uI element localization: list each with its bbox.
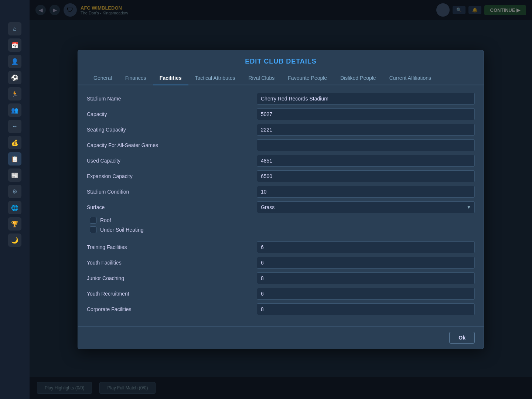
label-expansion-capacity: Expansion Capacity bbox=[87, 173, 257, 179]
label-surface: Surface bbox=[87, 204, 257, 210]
checkbox-row-roof: Roof bbox=[87, 217, 475, 224]
sidebar: ⌂ 📅 👤 ⚽ 🏃 👥 ↔ 💰 📋 📰 ⚙ 🌐 🏆 🌙 bbox=[0, 0, 30, 399]
sidebar-icon-squad[interactable]: 👥 bbox=[8, 103, 21, 117]
sidebar-icon-world[interactable]: 🌐 bbox=[8, 201, 21, 214]
input-capacity[interactable] bbox=[257, 108, 475, 120]
label-youth-facilities: Youth Facilities bbox=[87, 260, 257, 266]
ok-button[interactable]: Ok bbox=[449, 332, 475, 344]
tab-finances[interactable]: Finances bbox=[119, 71, 153, 85]
input-youth-facilities[interactable] bbox=[257, 257, 475, 269]
sidebar-icon-finances[interactable]: 💰 bbox=[8, 136, 21, 149]
sidebar-icon-person[interactable]: 👤 bbox=[8, 55, 21, 68]
label-used-capacity: Used Capacity bbox=[87, 158, 257, 164]
tab-general[interactable]: General bbox=[87, 71, 119, 85]
surface-select-wrapper: Grass Artificial Hybrid ▼ bbox=[257, 201, 475, 213]
sidebar-icon-calendar[interactable]: 📅 bbox=[8, 38, 21, 52]
input-stadium-name[interactable] bbox=[257, 93, 475, 105]
checkbox-row-under-soil-heating: Under Soil Heating bbox=[87, 226, 475, 233]
label-junior-coaching: Junior Coaching bbox=[87, 275, 257, 281]
label-roof: Roof bbox=[100, 217, 111, 223]
label-capacity-all-seater: Capacity For All-Seater Games bbox=[87, 142, 257, 148]
form-row-training-facilities: Training Facilities bbox=[87, 241, 475, 253]
form-row-youth-facilities: Youth Facilities bbox=[87, 257, 475, 269]
sidebar-icon-training[interactable]: 🏃 bbox=[8, 87, 21, 100]
sidebar-icon-moon[interactable]: 🌙 bbox=[8, 233, 21, 247]
label-seating-capacity: Seating Capacity bbox=[87, 127, 257, 133]
label-stadium-name: Stadium Name bbox=[87, 96, 257, 102]
sidebar-icon-transfers[interactable]: ↔ bbox=[8, 120, 21, 133]
label-corporate-facilities: Corporate Facilities bbox=[87, 306, 257, 312]
form-row-capacity: Capacity bbox=[87, 108, 475, 120]
select-surface[interactable]: Grass Artificial Hybrid bbox=[257, 201, 475, 213]
sidebar-icon-media[interactable]: 📰 bbox=[8, 168, 21, 182]
form-row-surface: Surface Grass Artificial Hybrid ▼ bbox=[87, 201, 475, 213]
label-stadium-condition: Stadium Condition bbox=[87, 189, 257, 195]
form-row-capacity-all-seater: Capacity For All-Seater Games bbox=[87, 139, 475, 151]
modal-footer: Ok bbox=[78, 326, 484, 349]
modal-title: EDIT CLUB DETAILS bbox=[87, 58, 475, 71]
tab-favourite-people[interactable]: Favourite People bbox=[281, 71, 334, 85]
tab-tactical-attributes[interactable]: Tactical Attributes bbox=[188, 71, 242, 85]
tab-current-affiliations[interactable]: Current Affiliations bbox=[383, 71, 438, 85]
checkbox-under-soil-heating[interactable] bbox=[90, 226, 96, 233]
sidebar-icon-home[interactable]: ⌂ bbox=[8, 22, 21, 35]
form-row-stadium-name: Stadium Name bbox=[87, 93, 475, 105]
input-capacity-all-seater[interactable] bbox=[257, 139, 475, 151]
form-row-stadium-condition: Stadium Condition bbox=[87, 186, 475, 198]
form-row-corporate-facilities: Corporate Facilities bbox=[87, 303, 475, 315]
tab-disliked-people[interactable]: Disliked People bbox=[334, 71, 383, 85]
modal-body: Stadium Name Capacity Seating Capacity C… bbox=[78, 85, 484, 326]
input-youth-recruitment[interactable] bbox=[257, 288, 475, 300]
tab-rival-clubs[interactable]: Rival Clubs bbox=[242, 71, 281, 85]
sidebar-icon-clipboard[interactable]: 📋 bbox=[8, 152, 21, 166]
input-seating-capacity[interactable] bbox=[257, 124, 475, 136]
form-row-junior-coaching: Junior Coaching bbox=[87, 272, 475, 284]
form-row-youth-recruitment: Youth Recruitment bbox=[87, 288, 475, 300]
input-used-capacity[interactable] bbox=[257, 155, 475, 167]
input-expansion-capacity[interactable] bbox=[257, 170, 475, 182]
form-row-seating-capacity: Seating Capacity bbox=[87, 124, 475, 136]
edit-club-details-modal: EDIT CLUB DETAILS General Finances Facil… bbox=[78, 50, 484, 349]
label-under-soil-heating: Under Soil Heating bbox=[100, 227, 144, 233]
modal-header: EDIT CLUB DETAILS bbox=[78, 50, 484, 71]
sidebar-icon-settings[interactable]: ⚙ bbox=[8, 185, 21, 198]
input-training-facilities[interactable] bbox=[257, 241, 475, 253]
tab-facilities[interactable]: Facilities bbox=[153, 71, 188, 85]
input-junior-coaching[interactable] bbox=[257, 272, 475, 284]
sidebar-icon-tactics[interactable]: ⚽ bbox=[8, 71, 21, 84]
modal-overlay: EDIT CLUB DETAILS General Finances Facil… bbox=[30, 0, 532, 399]
sidebar-icon-trophy[interactable]: 🏆 bbox=[8, 217, 21, 231]
form-row-expansion-capacity: Expansion Capacity bbox=[87, 170, 475, 182]
checkbox-roof[interactable] bbox=[90, 217, 96, 224]
modal-tabs: General Finances Facilities Tactical Att… bbox=[78, 71, 484, 85]
label-capacity: Capacity bbox=[87, 111, 257, 117]
label-training-facilities: Training Facilities bbox=[87, 244, 257, 250]
input-corporate-facilities[interactable] bbox=[257, 303, 475, 315]
label-youth-recruitment: Youth Recruitment bbox=[87, 291, 257, 297]
input-stadium-condition[interactable] bbox=[257, 186, 475, 198]
form-row-used-capacity: Used Capacity bbox=[87, 155, 475, 167]
